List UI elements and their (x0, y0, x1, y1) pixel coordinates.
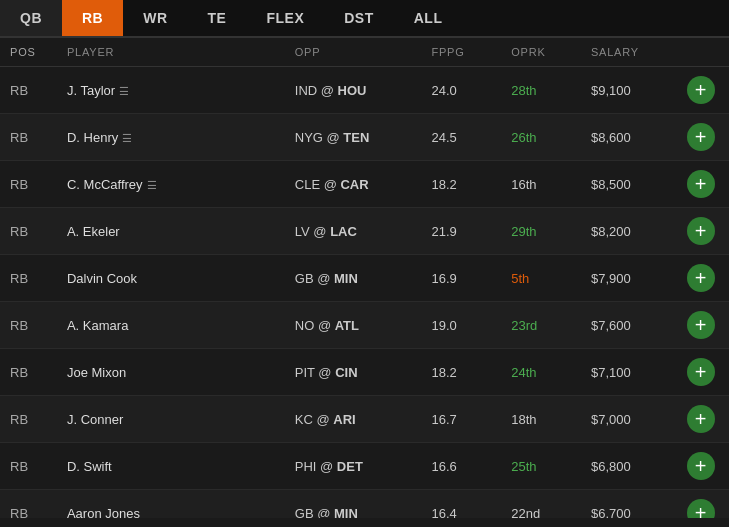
table-row: RBD. Henry☰NYG @ TEN24.526th$8,600+ (0, 114, 729, 161)
cell-fppg: 19.0 (421, 302, 501, 349)
table-header: POS PLAYER OPP FPPG OPRK SALARY (0, 38, 729, 67)
cell-opp: CLE @ CAR (285, 161, 422, 208)
player-table: POS PLAYER OPP FPPG OPRK SALARY RBJ. Tay… (0, 38, 729, 518)
cell-oprk: 28th (501, 67, 581, 114)
cell-salary: $7,600 (581, 302, 672, 349)
cell-oprk: 29th (501, 208, 581, 255)
cell-pos: RB (0, 443, 57, 490)
cell-oprk: 25th (501, 443, 581, 490)
col-header-fppg: FPPG (421, 38, 501, 67)
cell-player: D. Swift (57, 443, 285, 490)
cell-pos: RB (0, 67, 57, 114)
cell-pos: RB (0, 349, 57, 396)
cell-add-button: + (672, 161, 729, 208)
cell-salary: $8,200 (581, 208, 672, 255)
table-row: RBJ. Taylor☰IND @ HOU24.028th$9,100+ (0, 67, 729, 114)
player-name: A. Ekeler (67, 224, 120, 239)
player-name: Joe Mixon (67, 365, 126, 380)
add-player-button[interactable]: + (687, 358, 715, 386)
cell-oprk: 5th (501, 255, 581, 302)
cell-add-button: + (672, 490, 729, 519)
player-name: C. McCaffrey (67, 177, 143, 192)
table-row: RBA. KamaraNO @ ATL19.023rd$7,600+ (0, 302, 729, 349)
player-name: J. Taylor (67, 83, 115, 98)
tab-all[interactable]: ALL (394, 0, 463, 36)
table-row: RBD. SwiftPHI @ DET16.625th$6,800+ (0, 443, 729, 490)
cell-player: A. Ekeler (57, 208, 285, 255)
tab-flex[interactable]: FLEX (246, 0, 324, 36)
cell-player: Aaron Jones (57, 490, 285, 519)
cell-player: D. Henry☰ (57, 114, 285, 161)
cell-oprk: 26th (501, 114, 581, 161)
add-player-button[interactable]: + (687, 217, 715, 245)
note-icon: ☰ (147, 179, 157, 192)
player-name: Dalvin Cook (67, 271, 137, 286)
cell-opp: PHI @ DET (285, 443, 422, 490)
cell-fppg: 16.9 (421, 255, 501, 302)
cell-player: J. Conner (57, 396, 285, 443)
add-player-button[interactable]: + (687, 311, 715, 339)
cell-opp: NYG @ TEN (285, 114, 422, 161)
col-header-add (672, 38, 729, 67)
cell-opp: KC @ ARI (285, 396, 422, 443)
cell-add-button: + (672, 114, 729, 161)
add-player-button[interactable]: + (687, 76, 715, 104)
tab-dst[interactable]: DST (324, 0, 394, 36)
add-player-button[interactable]: + (687, 170, 715, 198)
cell-pos: RB (0, 302, 57, 349)
cell-salary: $7,900 (581, 255, 672, 302)
player-table-container: POS PLAYER OPP FPPG OPRK SALARY RBJ. Tay… (0, 38, 729, 518)
col-header-oprk: OPRK (501, 38, 581, 67)
note-icon: ☰ (122, 132, 132, 145)
tab-bar: QBRBWRTEFLEXDSTALL (0, 0, 729, 38)
table-row: RBC. McCaffrey☰CLE @ CAR18.216th$8,500+ (0, 161, 729, 208)
cell-fppg: 18.2 (421, 161, 501, 208)
table-row: RBA. EkelerLV @ LAC21.929th$8,200+ (0, 208, 729, 255)
cell-salary: $7,100 (581, 349, 672, 396)
cell-add-button: + (672, 396, 729, 443)
cell-opp: NO @ ATL (285, 302, 422, 349)
cell-salary: $8,600 (581, 114, 672, 161)
add-player-button[interactable]: + (687, 405, 715, 433)
cell-player: A. Kamara (57, 302, 285, 349)
player-name: D. Henry (67, 130, 118, 145)
cell-player: Joe Mixon (57, 349, 285, 396)
add-player-button[interactable]: + (687, 123, 715, 151)
player-name: Aaron Jones (67, 506, 140, 519)
tab-wr[interactable]: WR (123, 0, 187, 36)
cell-player: C. McCaffrey☰ (57, 161, 285, 208)
cell-add-button: + (672, 349, 729, 396)
note-icon: ☰ (119, 85, 129, 98)
cell-oprk: 16th (501, 161, 581, 208)
table-row: RBJoe MixonPIT @ CIN18.224th$7,100+ (0, 349, 729, 396)
add-player-button[interactable]: + (687, 264, 715, 292)
cell-pos: RB (0, 396, 57, 443)
cell-pos: RB (0, 114, 57, 161)
cell-player: Dalvin Cook (57, 255, 285, 302)
cell-opp: GB @ MIN (285, 255, 422, 302)
cell-oprk: 23rd (501, 302, 581, 349)
cell-opp: LV @ LAC (285, 208, 422, 255)
tab-rb[interactable]: RB (62, 0, 123, 36)
tab-te[interactable]: TE (188, 0, 247, 36)
cell-fppg: 16.7 (421, 396, 501, 443)
cell-fppg: 16.6 (421, 443, 501, 490)
cell-pos: RB (0, 208, 57, 255)
col-header-player: PLAYER (57, 38, 285, 67)
col-header-pos: POS (0, 38, 57, 67)
player-name: A. Kamara (67, 318, 128, 333)
col-header-opp: OPP (285, 38, 422, 67)
cell-fppg: 18.2 (421, 349, 501, 396)
cell-pos: RB (0, 255, 57, 302)
table-row: RBJ. ConnerKC @ ARI16.718th$7,000+ (0, 396, 729, 443)
player-table-body: RBJ. Taylor☰IND @ HOU24.028th$9,100+RBD.… (0, 67, 729, 519)
player-name: J. Conner (67, 412, 123, 427)
cell-fppg: 16.4 (421, 490, 501, 519)
tab-qb[interactable]: QB (0, 0, 62, 36)
add-player-button[interactable]: + (687, 499, 715, 518)
cell-salary: $6,700 (581, 490, 672, 519)
add-player-button[interactable]: + (687, 452, 715, 480)
table-row: RBAaron JonesGB @ MIN16.422nd$6,700+ (0, 490, 729, 519)
cell-opp: IND @ HOU (285, 67, 422, 114)
cell-opp: GB @ MIN (285, 490, 422, 519)
